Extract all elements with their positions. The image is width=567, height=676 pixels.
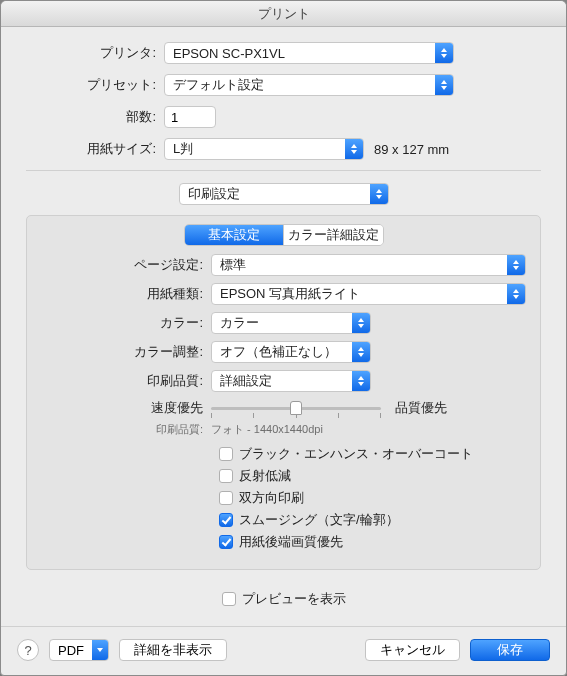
color-adjust-label: カラー調整:: [41, 343, 211, 361]
speed-priority-label: 速度優先: [41, 399, 211, 417]
check-bidirectional[interactable]: 双方向印刷: [219, 489, 526, 507]
preset-label: プリセット:: [26, 76, 164, 94]
paper-size-label: 用紙サイズ:: [26, 140, 164, 158]
checkbox-icon: [222, 592, 236, 606]
pdf-menu-button[interactable]: PDF: [49, 639, 109, 661]
check-show-preview[interactable]: プレビューを表示: [222, 590, 346, 608]
quality-slider[interactable]: [211, 400, 381, 416]
quality-hint-label: 印刷品質:: [41, 422, 211, 437]
chevron-updown-icon: [352, 313, 370, 333]
checkbox-icon: [219, 513, 233, 527]
printer-label: プリンタ:: [26, 44, 164, 62]
copies-input[interactable]: [164, 106, 216, 128]
preset-select[interactable]: デフォルト設定: [164, 74, 454, 96]
checkbox-icon: [219, 535, 233, 549]
media-type-label: 用紙種類:: [41, 285, 211, 303]
chevron-updown-icon: [507, 284, 525, 304]
section-select[interactable]: 印刷設定: [179, 183, 389, 205]
check-black-enhance[interactable]: ブラック・エンハンス・オーバーコート: [219, 445, 526, 463]
check-reflection-reduce[interactable]: 反射低減: [219, 467, 526, 485]
checkbox-icon: [219, 447, 233, 461]
check-label: プレビューを表示: [242, 590, 346, 608]
check-label: 双方向印刷: [239, 489, 304, 507]
cancel-button[interactable]: キャンセル: [365, 639, 460, 661]
paper-size-dim: 89 x 127 mm: [374, 142, 449, 157]
help-button[interactable]: ?: [17, 639, 39, 661]
chevron-updown-icon: [435, 43, 453, 63]
chevron-down-icon: [92, 640, 108, 660]
settings-tabs: 基本設定 カラー詳細設定: [184, 224, 384, 246]
dialog-footer: ? PDF 詳細を非表示 キャンセル 保存: [1, 626, 566, 675]
chevron-updown-icon: [345, 139, 363, 159]
chevron-updown-icon: [370, 184, 388, 204]
media-type-select[interactable]: EPSON 写真用紙ライト: [211, 283, 526, 305]
print-dialog: プリント プリンタ: EPSON SC-PX1VL プリセット: デフォルト設定…: [0, 0, 567, 676]
color-select[interactable]: カラー: [211, 312, 371, 334]
check-label: 用紙後端画質優先: [239, 533, 343, 551]
save-button[interactable]: 保存: [470, 639, 550, 661]
print-settings-panel: 基本設定 カラー詳細設定 ページ設定: 標準 用紙種類: EPSON 写真用紙ラ…: [26, 215, 541, 570]
checkbox-icon: [219, 491, 233, 505]
color-label: カラー:: [41, 314, 211, 332]
chevron-updown-icon: [507, 255, 525, 275]
check-trailing-edge[interactable]: 用紙後端画質優先: [219, 533, 526, 551]
copies-label: 部数:: [26, 108, 164, 126]
hide-details-button[interactable]: 詳細を非表示: [119, 639, 227, 661]
chevron-updown-icon: [352, 371, 370, 391]
checkbox-icon: [219, 469, 233, 483]
tab-basic[interactable]: 基本設定: [185, 225, 284, 245]
check-label: スムージング（文字/輪郭）: [239, 511, 399, 529]
dialog-content: プリンタ: EPSON SC-PX1VL プリセット: デフォルト設定 部数: …: [1, 27, 566, 626]
paper-size-select[interactable]: L判: [164, 138, 364, 160]
window-title: プリント: [1, 1, 566, 27]
quality-hint-value: フォト - 1440x1440dpi: [211, 422, 323, 437]
check-label: ブラック・エンハンス・オーバーコート: [239, 445, 473, 463]
check-smoothing[interactable]: スムージング（文字/輪郭）: [219, 511, 526, 529]
page-setup-label: ページ設定:: [41, 256, 211, 274]
quality-priority-label: 品質優先: [395, 399, 447, 417]
page-setup-select[interactable]: 標準: [211, 254, 526, 276]
color-adjust-select[interactable]: オフ（色補正なし）: [211, 341, 371, 363]
chevron-updown-icon: [435, 75, 453, 95]
separator: [26, 170, 541, 171]
tab-color-advanced[interactable]: カラー詳細設定: [283, 225, 383, 245]
check-label: 反射低減: [239, 467, 291, 485]
print-quality-label: 印刷品質:: [41, 372, 211, 390]
print-quality-select[interactable]: 詳細設定: [211, 370, 371, 392]
printer-select[interactable]: EPSON SC-PX1VL: [164, 42, 454, 64]
chevron-updown-icon: [352, 342, 370, 362]
